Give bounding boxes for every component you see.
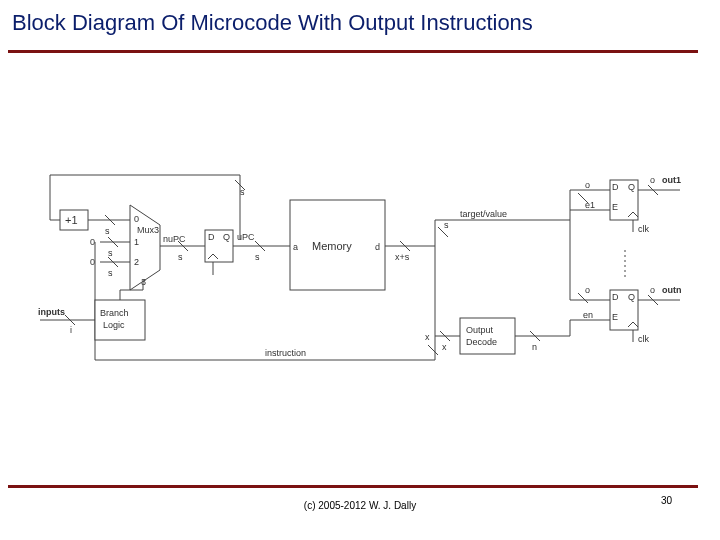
upc-d: D	[208, 232, 215, 242]
branch-logic-label2: Logic	[103, 320, 125, 330]
clk1-label: clk	[638, 224, 649, 234]
block-diagram: s +1 s 0 1 2 3 Mux3 s 0 s 0 nuPC	[30, 160, 690, 440]
incrementer-label: +1	[65, 214, 78, 226]
slide-title: Block Diagram Of Microcode With Output I…	[12, 10, 533, 36]
wire-lbl-xs: x+s	[395, 252, 410, 262]
wire-lbl-x2: x	[442, 342, 447, 352]
outn-q: Q	[628, 292, 635, 302]
outn-o: o	[650, 285, 655, 295]
upc-out-label: uPC	[237, 232, 255, 242]
mux-out-label: nuPC	[163, 234, 186, 244]
wire-lbl-n: n	[532, 342, 537, 352]
output-decode-label2: Decode	[466, 337, 497, 347]
wire-lbl-s5: s	[255, 252, 260, 262]
outn-e: E	[612, 312, 618, 322]
wire-lbl-i: i	[70, 325, 72, 335]
wire-lbl-s2: s	[108, 248, 113, 258]
page-number: 30	[661, 495, 672, 506]
wire-lbl-x: x	[425, 332, 430, 342]
clkn-label: clk	[638, 334, 649, 344]
upc-q: Q	[223, 232, 230, 242]
wire-lbl-s4: s	[178, 252, 183, 262]
zero-const: 0	[90, 237, 95, 247]
mux-sel: 3	[141, 277, 146, 287]
wire-lbl-s1: s	[105, 226, 110, 236]
out1-e: E	[612, 202, 618, 212]
mem-d: d	[375, 242, 380, 252]
inputs-label: inputs	[38, 307, 65, 317]
copyright: (c) 2005-2012 W. J. Dally	[0, 500, 720, 511]
outn-d: D	[612, 292, 619, 302]
wire-lbl-s-top: s	[240, 187, 245, 197]
output-decode-label1: Output	[466, 325, 494, 335]
mux-in2: 2	[134, 257, 139, 267]
wire-lbl-o1: o	[585, 180, 590, 190]
wire-lbl-s3: s	[108, 268, 113, 278]
outn-label: outn	[662, 285, 682, 295]
svg-line-15	[428, 345, 438, 355]
e1-label: e1	[585, 200, 595, 210]
title-underline	[8, 50, 698, 53]
branch-logic-label1: Branch	[100, 308, 129, 318]
out1-d: D	[612, 182, 619, 192]
out1-o: o	[650, 175, 655, 185]
out1-q: Q	[628, 182, 635, 192]
out1-label: out1	[662, 175, 681, 185]
mux-in0: 0	[134, 214, 139, 224]
mem-a: a	[293, 242, 298, 252]
mux-in1: 1	[134, 237, 139, 247]
memory-label: Memory	[312, 240, 352, 252]
target-value-label: target/value	[460, 209, 507, 219]
en-label: en	[583, 310, 593, 320]
instruction-label: instruction	[265, 348, 306, 358]
output-decode-box	[460, 318, 515, 354]
mux-title: Mux3	[137, 225, 159, 235]
wire-lbl-s6: s	[444, 220, 449, 230]
footer-rule	[8, 485, 698, 488]
zero-const2: 0	[90, 257, 95, 267]
wire-lbl-o2: o	[585, 285, 590, 295]
